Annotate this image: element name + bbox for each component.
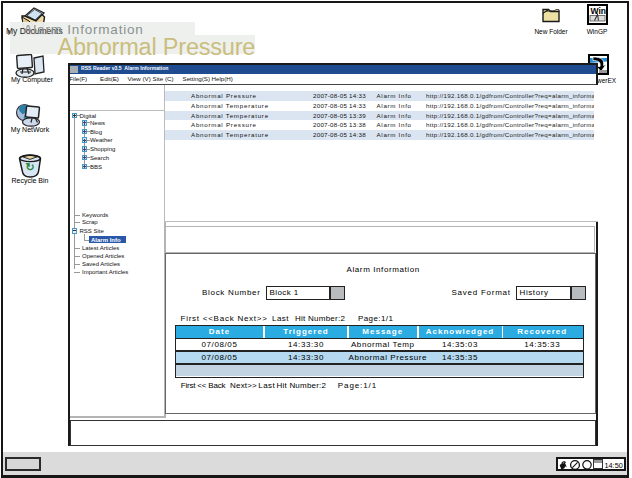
svg-text:↻: ↻ xyxy=(25,161,34,173)
svg-text:Win: Win xyxy=(591,6,607,16)
